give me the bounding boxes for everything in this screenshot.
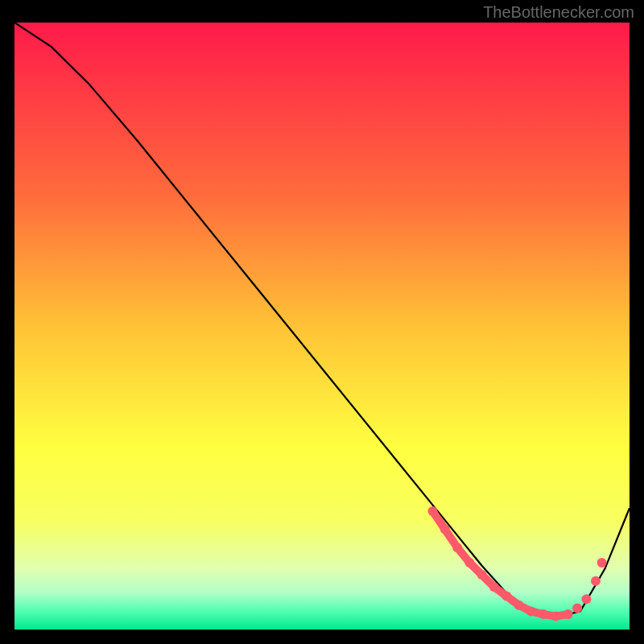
highlight-point [502,592,511,601]
highlight-point [489,582,499,592]
highlight-point [539,609,548,619]
highlight-point [452,543,462,552]
highlight-point [464,558,474,568]
highlight-point [597,558,607,568]
gradient-background [14,23,630,630]
highlight-point [564,609,573,619]
highlight-point [572,604,582,613]
highlight-point [477,570,487,580]
highlight-point [551,611,560,621]
highlight-point [582,594,592,604]
highlight-point [440,525,450,535]
watermark-text: TheBottlenecker.com [483,3,634,22]
chart-svg [14,23,630,630]
highlight-point [428,506,438,516]
chart-container [14,23,630,630]
highlight-point [514,601,524,610]
highlight-point [526,606,536,616]
highlight-point [591,576,601,586]
